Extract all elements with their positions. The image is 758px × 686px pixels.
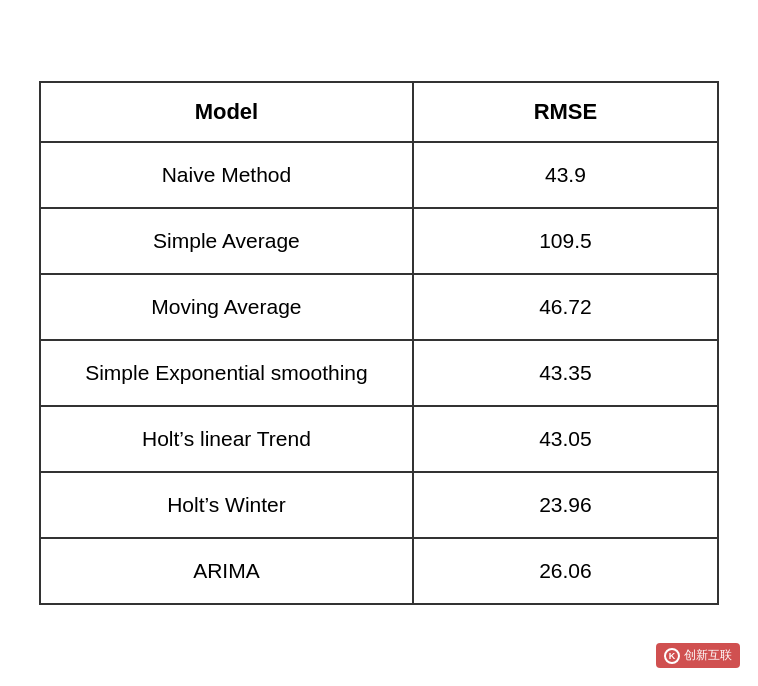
rmse-cell: 26.06 bbox=[413, 538, 718, 604]
rmse-cell: 43.35 bbox=[413, 340, 718, 406]
rmse-header: RMSE bbox=[413, 82, 718, 142]
comparison-table: Model RMSE Naive Method43.9Simple Averag… bbox=[39, 81, 719, 605]
table-container: Model RMSE Naive Method43.9Simple Averag… bbox=[39, 81, 719, 605]
rmse-cell: 109.5 bbox=[413, 208, 718, 274]
table-row: ARIMA26.06 bbox=[40, 538, 718, 604]
table-row: Holt’s Winter23.96 bbox=[40, 472, 718, 538]
model-header: Model bbox=[40, 82, 413, 142]
rmse-cell: 43.05 bbox=[413, 406, 718, 472]
model-cell: ARIMA bbox=[40, 538, 413, 604]
model-cell: Moving Average bbox=[40, 274, 413, 340]
rmse-cell: 46.72 bbox=[413, 274, 718, 340]
model-cell: Holt’s linear Trend bbox=[40, 406, 413, 472]
watermark: K 创新互联 bbox=[656, 643, 740, 668]
rmse-cell: 23.96 bbox=[413, 472, 718, 538]
table-row: Naive Method43.9 bbox=[40, 142, 718, 208]
table-row: Moving Average46.72 bbox=[40, 274, 718, 340]
model-cell: Simple Exponential smoothing bbox=[40, 340, 413, 406]
watermark-label: 创新互联 bbox=[684, 647, 732, 664]
table-row: Simple Average109.5 bbox=[40, 208, 718, 274]
table-row: Simple Exponential smoothing43.35 bbox=[40, 340, 718, 406]
model-cell: Simple Average bbox=[40, 208, 413, 274]
model-cell: Holt’s Winter bbox=[40, 472, 413, 538]
table-header-row: Model RMSE bbox=[40, 82, 718, 142]
watermark-icon: K bbox=[664, 648, 680, 664]
rmse-cell: 43.9 bbox=[413, 142, 718, 208]
table-row: Holt’s linear Trend43.05 bbox=[40, 406, 718, 472]
model-cell: Naive Method bbox=[40, 142, 413, 208]
